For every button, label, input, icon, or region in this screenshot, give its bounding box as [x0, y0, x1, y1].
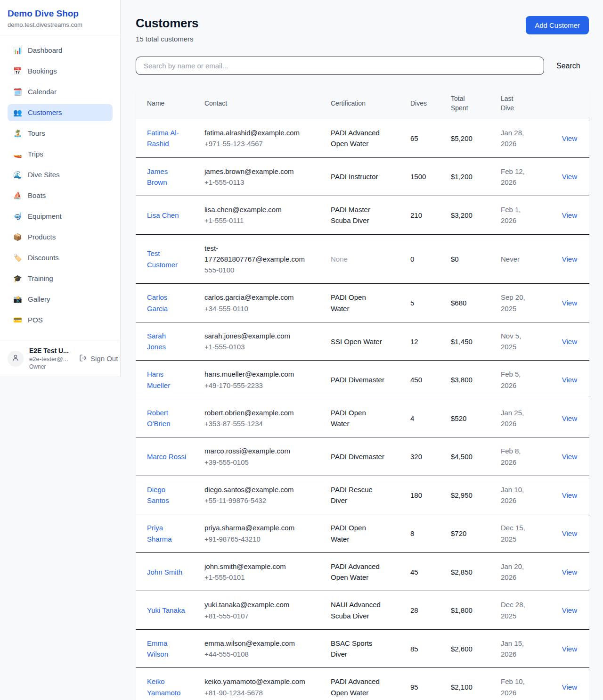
customer-name-link[interactable]: Yuki Tanaka [147, 606, 185, 614]
customer-dives: 45 [410, 568, 418, 576]
view-customer-link[interactable]: View [562, 376, 577, 384]
customer-email: hans.mueller@example.com [204, 369, 308, 379]
customer-phone: +971-55-123-4567 [204, 138, 308, 149]
view-customer-link[interactable]: View [562, 134, 577, 142]
customer-last-dive: Jan 25, 2026 [501, 409, 524, 428]
customer-name-link[interactable]: James Brown [147, 167, 168, 186]
customer-last-dive: Feb 1, 2026 [501, 206, 521, 224]
customer-name-link[interactable]: Carlos Garcia [147, 293, 168, 312]
view-customer-link[interactable]: View [562, 211, 577, 219]
avatar [8, 351, 24, 367]
credit-card-icon: 💳 [13, 316, 22, 323]
sidebar-item-equipment[interactable]: 🤿 Equipment [8, 208, 113, 225]
diving-mask-icon: 🤿 [13, 213, 22, 220]
customer-name-link[interactable]: Sarah Jones [147, 332, 166, 351]
user-box: E2E Test U... e2e-tester@... Owner Sign … [0, 340, 120, 377]
column-header-dives: Dives [410, 87, 451, 119]
spiral-calendar-icon: 🗓️ [13, 88, 22, 95]
customer-row: Hans Mueller hans.mueller@example.com +4… [136, 361, 589, 399]
customer-total-spent: $2,950 [451, 491, 473, 499]
view-customer-link[interactable]: View [562, 645, 577, 653]
sidebar-item-discounts[interactable]: 🏷️ Discounts [8, 249, 113, 266]
customer-last-dive: Jan 10, 2026 [501, 486, 524, 504]
customer-total-spent: $520 [451, 414, 466, 422]
customer-email: john.smith@example.com [204, 561, 308, 572]
sidebar-item-dive-sites[interactable]: 🌊 Dive Sites [8, 166, 113, 183]
customer-last-dive: Sep 20, 2025 [501, 293, 525, 312]
customer-name-link[interactable]: Emma Wilson [147, 639, 168, 658]
sidebar-item-products[interactable]: 📦 Products [8, 229, 113, 246]
sign-out-label: Sign Out [90, 354, 118, 362]
user-name: E2E Test U... [29, 347, 73, 354]
customer-certification: None [331, 255, 348, 263]
sidebar-item-calendar[interactable]: 🗓️ Calendar [8, 83, 113, 100]
view-customer-link[interactable]: View [562, 453, 577, 461]
customer-last-dive: Dec 15, 2025 [501, 524, 525, 543]
sign-out-button[interactable]: Sign Out [79, 354, 118, 363]
search-button[interactable]: Search [556, 62, 580, 70]
speedboat-icon: 🚤 [13, 150, 22, 157]
customer-name-link[interactable]: Lisa Chen [147, 211, 179, 219]
view-customer-link[interactable]: View [562, 173, 577, 181]
sidebar-item-gallery[interactable]: 📸 Gallery [8, 291, 113, 308]
sidebar-item-trips[interactable]: 🚤 Trips [8, 146, 113, 163]
view-customer-link[interactable]: View [562, 529, 577, 537]
shop-domain: demo.test.divestreams.com [8, 21, 113, 28]
sidebar-item-pos[interactable]: 💳 POS [8, 312, 113, 329]
logout-icon [79, 354, 90, 363]
sidebar-nav: 📊 Dashboard 📅 Bookings 🗓️ Calendar 👥 Cus… [0, 35, 120, 340]
view-customer-link[interactable]: View [562, 338, 577, 346]
customer-last-dive: Jan 20, 2026 [501, 562, 524, 581]
sidebar-item-training[interactable]: 🎓 Training [8, 270, 113, 287]
customer-total-spent: $720 [451, 529, 466, 537]
customer-name-link[interactable]: Fatima Al-Rashid [147, 129, 179, 148]
customer-dives: 8 [410, 529, 414, 537]
customer-certification: NAUI Advanced Scuba Diver [331, 601, 381, 619]
customer-certification: PADI Advanced Open Water [331, 562, 380, 581]
customer-certification: PADI Rescue Diver [331, 486, 373, 504]
customer-dives: 450 [410, 376, 422, 384]
view-customer-link[interactable]: View [562, 299, 577, 307]
customer-name-link[interactable]: Keiko Yamamoto [147, 677, 180, 696]
customer-total-spent: $2,100 [451, 683, 473, 691]
customer-name-link[interactable]: Marco Rossi [147, 453, 186, 461]
customer-phone: +39-555-0105 [204, 457, 308, 468]
customer-last-dive: Jan 28, 2026 [501, 129, 524, 148]
sidebar-item-bookings[interactable]: 📅 Bookings [8, 63, 113, 80]
view-customer-link[interactable]: View [562, 606, 577, 614]
customer-name-link[interactable]: Hans Mueller [147, 370, 170, 389]
view-customer-link[interactable]: View [562, 414, 577, 422]
view-customer-link[interactable]: View [562, 683, 577, 691]
customer-phone: +34-555-0110 [204, 303, 308, 314]
customer-phone: +49-170-555-2233 [204, 380, 308, 391]
customer-total-spent: $3,200 [451, 211, 473, 219]
customer-name-link[interactable]: Diego Santos [147, 486, 169, 504]
sidebar-item-customers[interactable]: 👥 Customers [8, 104, 113, 121]
search-input[interactable] [136, 57, 544, 75]
customer-name-link[interactable]: Test Customer [147, 249, 178, 268]
sidebar-item-tours[interactable]: 🏝️ Tours [8, 125, 113, 142]
customer-phone: +1-555-0113 [204, 177, 308, 188]
search-row: Search [136, 57, 589, 75]
customer-phone: +1-555-0101 [204, 572, 308, 583]
add-customer-button[interactable]: Add Customer [526, 16, 589, 34]
page-header-text: Customers 15 total customers [136, 16, 198, 43]
tag-icon: 🏷️ [13, 254, 22, 261]
customer-phone: 555-0100 [204, 264, 308, 275]
customer-name-link[interactable]: Robert O'Brien [147, 409, 171, 428]
customer-count: 15 total customers [136, 35, 198, 43]
column-header-name: Name [136, 87, 204, 119]
sidebar-item-boats[interactable]: ⛵ Boats [8, 187, 113, 204]
island-icon: 🏝️ [13, 130, 22, 137]
view-customer-link[interactable]: View [562, 255, 577, 263]
customer-last-dive: Feb 10, 2026 [501, 677, 525, 696]
customer-name-link[interactable]: Priya Sharma [147, 524, 172, 543]
view-customer-link[interactable]: View [562, 491, 577, 499]
person-icon [11, 354, 20, 364]
sidebar-item-dashboard[interactable]: 📊 Dashboard [8, 42, 113, 59]
table-header-row: Name Contact Certification Dives Total S… [136, 87, 589, 119]
customer-email: diego.santos@example.com [204, 484, 308, 495]
view-customer-link[interactable]: View [562, 568, 577, 576]
customer-name-link[interactable]: John Smith [147, 568, 182, 576]
column-header-actions [551, 87, 589, 119]
